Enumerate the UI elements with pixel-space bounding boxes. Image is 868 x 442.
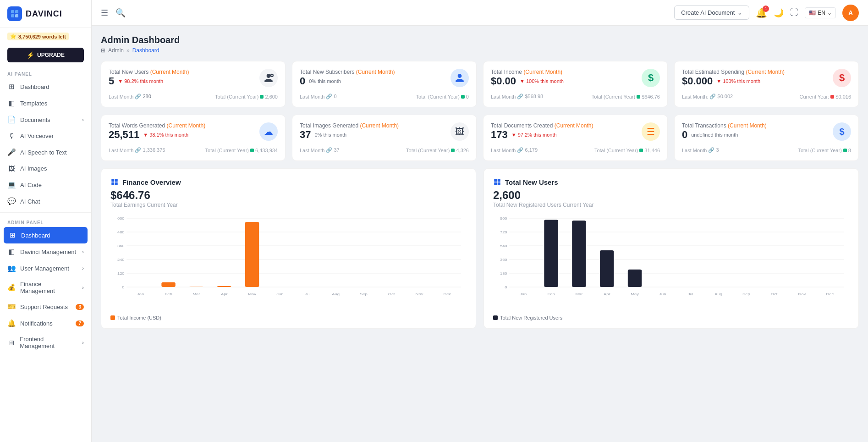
documents-icon: 📄	[7, 116, 16, 124]
create-ai-button[interactable]: Create AI Document ⌄	[674, 6, 749, 20]
sidebar-item-dashboard-ai[interactable]: ⊞ Dashboard	[0, 78, 91, 95]
finance-icon: 💰	[7, 283, 16, 292]
sidebar-item-label: User Management	[20, 265, 69, 272]
sidebar-item-templates[interactable]: ◧ Templates	[0, 95, 91, 111]
menu-icon[interactable]: ☰	[101, 8, 108, 18]
page-header: Admin Dashboard ⊞ Admin » Dashboard	[101, 35, 859, 54]
dashboard-icon: ⊞	[7, 83, 16, 91]
svg-text:Jan: Jan	[137, 292, 144, 296]
stat-card-documents: Total Documents Created (Current Month) …	[483, 115, 668, 161]
stat-change: 0% this month	[314, 132, 346, 138]
topbar-right: Create AI Document ⌄ 🔔 1 🌙 ⛶ 🇺🇸 EN ⌄ A	[674, 5, 859, 21]
sidebar-item-admin-dashboard[interactable]: ⊞ Dashboard	[4, 227, 88, 243]
user-avatar[interactable]: A	[842, 5, 859, 21]
svg-text:Sep: Sep	[360, 292, 368, 296]
support-icon: 🎫	[7, 303, 16, 311]
svg-text:Jun: Jun	[659, 292, 666, 296]
breadcrumb: ⊞ Admin » Dashboard	[101, 47, 859, 54]
flag-icon: 🇺🇸	[809, 10, 816, 16]
sidebar-item-label: Frontend Management	[20, 336, 77, 349]
stat-footer: Last Month 🔗 0 Total (Current Year) 0	[300, 94, 469, 99]
notifications-badge: 7	[76, 320, 84, 326]
upgrade-button[interactable]: ⚡ UPGRADE	[7, 48, 84, 62]
sidebar-item-documents[interactable]: 📄 Documents ›	[0, 111, 91, 128]
sidebar: DAVINCI ⭐ 8,750,629 words left ⚡ UPGRADE…	[0, 0, 92, 442]
stat-card-income: Total Income (Current Month) $0.00 ▼ 100…	[483, 61, 668, 107]
svg-text:Aug: Aug	[332, 292, 340, 296]
language-selector[interactable]: 🇺🇸 EN ⌄	[805, 7, 836, 18]
ai-panel-label: AI PANEL	[0, 67, 91, 78]
svg-rect-59	[600, 250, 614, 287]
svg-text:480: 480	[117, 230, 125, 234]
stat-icon: ☰	[642, 122, 660, 141]
sidebar-item-davinci-mgmt[interactable]: ◧ Davinci Management ›	[0, 243, 91, 260]
stat-icon: $	[833, 122, 851, 141]
finance-chart-amount: $646.76	[110, 189, 467, 202]
svg-text:May: May	[248, 292, 256, 296]
svg-rect-23	[161, 282, 175, 287]
logo-text: DAVINCI	[26, 9, 62, 19]
chevron-icon: ›	[82, 285, 84, 290]
admin-dashboard-icon: ⊞	[8, 231, 16, 239]
search-icon[interactable]: 🔍	[115, 8, 126, 18]
stat-value: 5	[109, 75, 114, 87]
support-badge: 3	[76, 304, 84, 310]
sidebar-item-notifications[interactable]: 🔔 Notifications 7	[0, 315, 91, 332]
finance-chart-legend: Total Income (USD)	[110, 315, 467, 320]
stat-change: ▼ 100% this month	[520, 78, 564, 84]
stat-value: 0	[682, 129, 687, 141]
svg-text:180: 180	[500, 271, 507, 276]
last-month-val: 🔗 280	[135, 94, 151, 99]
theme-icon[interactable]: 🌙	[774, 8, 784, 18]
davinci-mgmt-icon: ◧	[7, 248, 16, 256]
stat-value: 37	[300, 129, 311, 141]
bell-icon[interactable]: 🔔 1	[756, 7, 767, 18]
svg-rect-61	[628, 270, 642, 287]
stat-label: Total Transactions (Current Month)	[682, 122, 767, 129]
stat-footer: Last Month 🔗 $568.98 Total (Current Year…	[491, 94, 660, 99]
stat-change: ▼ 98.2% this month	[118, 78, 163, 84]
chevron-icon: ›	[82, 249, 84, 254]
sidebar-item-frontend-mgmt[interactable]: 🖥 Frontend Management ›	[0, 332, 91, 354]
users-chart-amount: 2,600	[493, 189, 849, 202]
code-icon: 💻	[7, 181, 16, 189]
breadcrumb-current: Dashboard	[132, 47, 159, 54]
svg-rect-0	[11, 10, 14, 13]
svg-text:0: 0	[122, 285, 124, 289]
sidebar-item-user-mgmt[interactable]: 👥 User Management ›	[0, 260, 91, 276]
fullscreen-icon[interactable]: ⛶	[790, 8, 798, 17]
topbar-left: ☰ 🔍	[101, 8, 126, 18]
words-badge: ⭐ 8,750,629 words left	[7, 33, 69, 40]
svg-text:Oct: Oct	[388, 292, 395, 296]
content-area: Admin Dashboard ⊞ Admin » Dashboard Tota…	[92, 26, 868, 442]
stat-icon: +	[259, 69, 278, 87]
stat-card-words: Total Words Generated (Current Month) 25…	[101, 115, 286, 161]
stat-footer: Last Month 🔗 1,336,375 Total (Current Ye…	[109, 147, 278, 153]
chevron-down-icon: ⌄	[827, 10, 832, 16]
svg-rect-29	[245, 222, 259, 287]
svg-text:540: 540	[500, 244, 507, 248]
sidebar-item-support[interactable]: 🎫 Support Requests 3	[0, 298, 91, 315]
sidebar-item-ai-chat[interactable]: 💬 AI Chat	[0, 193, 91, 210]
sidebar-item-ai-code[interactable]: 💻 AI Code	[0, 177, 91, 193]
stat-icon: $	[642, 69, 660, 87]
sidebar-item-ai-voiceover[interactable]: 🎙 AI Voiceover	[0, 128, 91, 144]
svg-text:Dec: Dec	[826, 292, 834, 296]
users-chart-card: Total New Users 2,600 Total New Register…	[483, 168, 859, 329]
finance-bar-chart: 0120240360480600JanFebMarAprMayJunJulAug…	[110, 214, 467, 319]
stat-value: $0.000	[682, 75, 713, 87]
sidebar-item-ai-images[interactable]: 🖼 AI Images	[0, 160, 91, 177]
svg-rect-3	[15, 14, 18, 17]
svg-text:Apr: Apr	[221, 292, 228, 296]
topbar: ☰ 🔍 Create AI Document ⌄ 🔔 1 🌙 ⛶ 🇺🇸 EN ⌄	[92, 0, 868, 26]
sidebar-item-finance-mgmt[interactable]: 💰 Finance Management ›	[0, 276, 91, 298]
sidebar-item-label: Notifications	[20, 320, 53, 327]
frontend-icon: 🖥	[7, 339, 15, 347]
stat-label: Total Words Generated (Current Month)	[109, 122, 205, 129]
sidebar-item-ai-speech[interactable]: 🎤 AI Speech to Text	[0, 144, 91, 160]
breadcrumb-icon: ⊞	[101, 47, 105, 54]
stat-change: ▼ 98.1% this month	[143, 132, 188, 138]
users-chart-legend: Total New Registered Users	[493, 315, 849, 320]
stat-change: ▼ 100% this month	[716, 78, 760, 84]
breadcrumb-parent[interactable]: Admin	[108, 47, 124, 54]
